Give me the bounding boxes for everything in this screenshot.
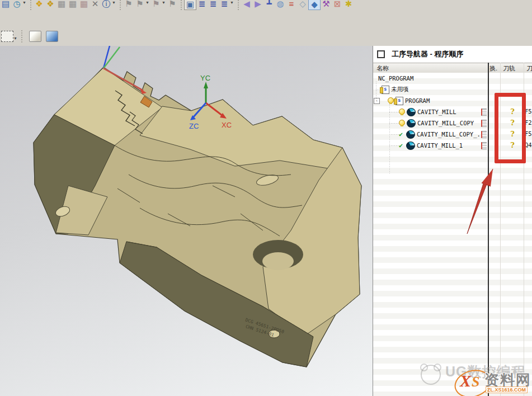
milling-operation-icon — [406, 130, 415, 139]
tool-value: F5 — [525, 130, 532, 137]
dropdown-caret-icon[interactable]: ▼ — [112, 1, 117, 4]
tree-connector-line — [376, 89, 379, 90]
wireframe-view-icon[interactable] — [46, 31, 58, 42]
milling-operation-icon — [407, 119, 416, 128]
column-tool[interactable]: 刀 — [526, 64, 532, 73]
tree-row-label[interactable]: PROGRAM — [405, 97, 430, 104]
output-list-icon[interactable]: ≣ — [196, 0, 208, 9]
milling-operation-icon — [406, 142, 415, 150]
column-divider — [524, 63, 524, 396]
marquee-select-icon[interactable] — [1, 31, 13, 42]
milling-operation-icon — [407, 108, 416, 116]
tree-row-label[interactable]: CAVITY_MILL_COPY_... — [417, 131, 487, 138]
tree-row-program[interactable]: -PROGRAM — [373, 95, 532, 106]
column-name[interactable]: 名称 — [376, 64, 389, 73]
column-divider — [500, 63, 501, 396]
tree-expander-icon[interactable]: - — [374, 98, 380, 104]
forward-arrow-icon[interactable]: ▶ — [252, 0, 263, 9]
toolbar-separator — [118, 0, 122, 10]
tree-connector-line — [389, 145, 399, 146]
toolpath-status-question-icon: ? — [508, 130, 517, 138]
verify-toolpath-icon[interactable]: ⚑ — [150, 0, 162, 9]
navigator-tree[interactable]: NC_PROGRAM未用项-PROGRAMCAVITY_MILL?F5CAVIT… — [373, 73, 532, 396]
create-tool-icon[interactable]: ❖ — [45, 0, 56, 9]
status-check-icon: ✔ — [399, 130, 406, 138]
toolbar-separator — [20, 30, 23, 43]
shaded-with-edges-icon[interactable] — [29, 31, 41, 42]
nx-application-window: ▤◷▼❖❖▦▦▦✕ⓘ▼⚑⚑▼⚑▼⚑▣≣≣≣▼◀▶┻◍≡◇◆⚒⊠✱ ▼ — [0, 0, 532, 396]
toolbar-separator — [236, 0, 240, 10]
generate-toolpath-icon[interactable]: ⚑ — [123, 0, 134, 9]
show-toolpath-icon[interactable]: ▣ — [184, 0, 196, 10]
clock-icon[interactable]: ◷ — [11, 0, 22, 9]
panel-title-bar: 工序导航器 - 程序顺序 — [373, 48, 464, 60]
create-program-icon[interactable]: ❖ — [34, 0, 45, 9]
status-lightbulb-icon — [399, 109, 405, 115]
layers-icon[interactable]: ≡ — [286, 0, 297, 9]
main-toolbar: ▤◷▼❖❖▦▦▦✕ⓘ▼⚑⚑▼⚑▼⚑▣≣≣≣▼◀▶┻◍≡◇◆⚒⊠✱ — [0, 0, 532, 13]
panel-title: 工序导航器 - 程序顺序 — [392, 49, 464, 59]
toolpath-status-question-icon: ? — [508, 107, 517, 116]
navigator-column-header[interactable]: 名称 换. 刀轨 刀 — [373, 63, 532, 74]
program-group-icon — [396, 97, 403, 105]
tool-value: F2 — [525, 119, 532, 126]
cube-shaded-icon[interactable]: ◆ — [308, 0, 321, 10]
exchange-status-icon — [481, 109, 487, 116]
postprocess-icon[interactable]: ⚑ — [167, 0, 178, 9]
create-method-icon[interactable]: ▦ — [67, 0, 78, 9]
dropdown-caret-icon[interactable]: ▼ — [162, 1, 167, 4]
create-geometry-icon[interactable]: ▦ — [56, 0, 67, 9]
operation-navigator-panel: 工序导航器 - 程序顺序 名称 换. 刀轨 刀 NC_PROGRAM未用项-PR… — [373, 46, 532, 396]
delete-icon[interactable]: ✕ — [90, 0, 101, 9]
document-list-icon[interactable]: ▤ — [0, 0, 11, 9]
tree-row-label[interactable]: CAVITY_MILL_COPY — [417, 120, 474, 126]
tree-connector-line — [389, 134, 399, 135]
selection-toolbar: ▼ — [1, 28, 58, 45]
status-lightbulb-icon — [388, 97, 394, 104]
tree-row-nc-program[interactable]: NC_PROGRAM — [373, 73, 532, 84]
navigator-icon — [377, 50, 385, 58]
status-lightbulb-icon — [399, 120, 405, 126]
exchange-status-icon — [481, 142, 487, 149]
tree-row-label[interactable]: CAVITY_MILL — [417, 109, 456, 115]
dropdown-caret-icon[interactable]: ▼ — [22, 1, 27, 4]
tool-value: Q4 — [525, 142, 532, 148]
object-info-icon[interactable]: ⓘ — [101, 0, 112, 9]
back-arrow-icon[interactable]: ◀ — [241, 0, 252, 9]
graphics-viewport[interactable]: DCG 45651-2PO50 CHN 5124-01 YC XC ZC — [0, 46, 373, 396]
operation-sort-icon[interactable]: ≣ — [219, 0, 230, 9]
tool-value: F5 — [525, 108, 532, 115]
no-selection-icon[interactable]: ⊠ — [332, 0, 343, 9]
tree-connector-line — [389, 112, 399, 112]
xc-axis-label: XC — [222, 121, 232, 129]
simulate-icon[interactable]: ◍ — [275, 0, 286, 9]
column-exchange[interactable]: 换. — [489, 64, 497, 73]
edge-partial-icon[interactable]: ✱ — [343, 0, 354, 9]
toolbar-separator — [29, 0, 32, 10]
column-toolpath[interactable]: 刀轨 — [503, 64, 515, 73]
dropdown-caret-icon[interactable]: ▼ — [13, 36, 18, 40]
column-divider — [488, 63, 489, 396]
zc-axis-label: ZC — [189, 122, 199, 130]
status-check-icon: ✔ — [399, 142, 406, 149]
tree-row-label[interactable]: NC_PROGRAM — [378, 75, 413, 82]
toolpath-status-question-icon: ? — [508, 141, 517, 149]
post-mount-icon[interactable]: ┻ — [263, 0, 275, 9]
program-group-icon — [382, 86, 389, 94]
tree-row-未用项[interactable]: 未用项 — [373, 84, 532, 95]
toolbar-band: ▼ — [0, 12, 532, 46]
tree-row-label[interactable]: CAVITY_MILL_1 — [417, 142, 463, 149]
model-canvas: DCG 45651-2PO50 CHN 5124-01 YC XC ZC — [0, 46, 373, 396]
yc-axis-label: YC — [200, 74, 210, 82]
dropdown-caret-icon[interactable]: ▼ — [230, 1, 235, 4]
create-operation-icon[interactable]: ▦ — [78, 0, 90, 9]
cube-wireframe-icon[interactable]: ◇ — [297, 0, 308, 9]
exchange-status-icon — [481, 120, 487, 127]
toolpath-status-question-icon: ? — [508, 119, 517, 127]
wrench-icon[interactable]: ⚒ — [321, 0, 332, 9]
tool-list-icon[interactable]: ≣ — [208, 0, 219, 9]
tree-connector-line — [389, 123, 399, 124]
dropdown-caret-icon[interactable]: ▼ — [145, 1, 150, 4]
tree-row-label[interactable]: 未用项 — [391, 86, 409, 93]
replay-toolpath-icon[interactable]: ⚑ — [134, 0, 145, 9]
